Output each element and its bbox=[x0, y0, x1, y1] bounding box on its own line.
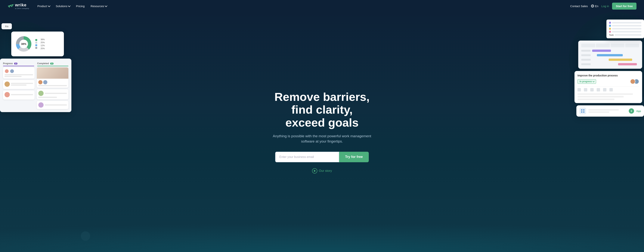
try-free-button[interactable]: Try for free bbox=[339, 152, 369, 162]
donut-chart: 38% bbox=[14, 34, 33, 53]
ui-right-cards: Task bbox=[574, 20, 644, 116]
gantt-header-col-4 bbox=[625, 44, 639, 47]
task-icon-share bbox=[610, 88, 613, 92]
legend-dot-green bbox=[35, 39, 37, 41]
partial-dot-1 bbox=[609, 22, 611, 24]
nav-product[interactable]: Product bbox=[35, 3, 52, 9]
product-chevron-icon bbox=[48, 4, 50, 7]
kanban-card: Progress 2 Completed 3 bbox=[0, 58, 72, 112]
partial-line-4 bbox=[612, 31, 641, 32]
line-a bbox=[11, 83, 33, 84]
nav-solutions[interactable]: Solutions bbox=[54, 3, 72, 9]
solutions-chevron-icon bbox=[68, 4, 71, 7]
logo-sub: a Citrix company bbox=[15, 8, 29, 10]
task-icon-attach bbox=[603, 88, 606, 92]
gantt-header-col-3 bbox=[610, 44, 624, 47]
mini-bottom-card: 3 App bbox=[576, 105, 644, 116]
legend-dot-gray bbox=[35, 42, 37, 44]
language-selector[interactable]: En bbox=[591, 4, 598, 8]
svg-rect-10 bbox=[581, 111, 582, 113]
wrike-logo-icon bbox=[8, 3, 14, 9]
card-lines bbox=[11, 83, 33, 86]
partial-dot-2 bbox=[609, 25, 611, 27]
bg-wave bbox=[0, 205, 644, 252]
card-content bbox=[37, 79, 68, 88]
status-text: In progress bbox=[580, 80, 592, 83]
globe-icon bbox=[591, 4, 594, 8]
hero-section: Aa 38% bbox=[0, 12, 644, 252]
app-link[interactable]: App bbox=[636, 110, 641, 112]
partial-line-1 bbox=[612, 22, 641, 24]
avatar-c1 bbox=[38, 80, 42, 84]
completed-bar bbox=[37, 66, 68, 66]
chart-card: 38% bbox=[11, 32, 64, 56]
task-content-lines bbox=[578, 93, 639, 100]
partial-line-5 bbox=[615, 34, 641, 36]
font-card: Aa bbox=[2, 23, 12, 29]
bg-dot bbox=[81, 231, 90, 241]
mini-count-badge: 3 bbox=[629, 108, 634, 114]
gantt-bar-area-4 bbox=[592, 63, 639, 66]
avatar-c4 bbox=[38, 102, 44, 108]
task-status-row: In progress bbox=[578, 79, 639, 84]
nav-pricing[interactable]: Pricing bbox=[74, 3, 87, 9]
svg-rect-11 bbox=[583, 111, 584, 113]
task-icon-calendar bbox=[578, 88, 581, 92]
assignee-avatar-1 bbox=[630, 79, 635, 84]
grid-icon bbox=[581, 109, 585, 113]
ui-left-cards: Aa 38% bbox=[0, 23, 72, 112]
completed-column bbox=[37, 68, 68, 109]
legend-item-2 bbox=[35, 42, 38, 44]
mini-text-area bbox=[588, 109, 626, 113]
gantt-label-3 bbox=[581, 59, 591, 61]
chart-card-inner: 38% bbox=[14, 34, 61, 53]
pct-25a: 25% bbox=[40, 41, 45, 44]
logo-area[interactable]: wrike a Citrix company bbox=[8, 3, 29, 10]
completed-count: 3 bbox=[50, 62, 54, 64]
logo-text: wrike bbox=[15, 3, 26, 8]
task-icons-row bbox=[578, 86, 639, 92]
comp-card-3 bbox=[38, 102, 67, 108]
task-status-badge[interactable]: In progress bbox=[578, 79, 596, 84]
partial-row-2 bbox=[609, 25, 641, 27]
hero-title: Remove barriers, find clarity, exceed go… bbox=[266, 90, 378, 129]
lang-label: En bbox=[595, 4, 598, 8]
kanban-columns bbox=[3, 68, 68, 109]
login-link[interactable]: Log in bbox=[601, 4, 609, 8]
gantt-bar-area-3 bbox=[592, 58, 639, 61]
contact-sales-link[interactable]: Contact Sales bbox=[570, 4, 588, 8]
comp-line-3 bbox=[38, 97, 57, 98]
gantt-bar-yellow bbox=[609, 58, 632, 61]
partial-dot-4 bbox=[609, 31, 611, 33]
our-story-label: Our story bbox=[319, 169, 332, 173]
gantt-label-2 bbox=[581, 54, 591, 56]
task-line-3 bbox=[578, 98, 614, 100]
partial-line-3 bbox=[612, 28, 641, 30]
avatar-2 bbox=[10, 69, 14, 74]
avatar-3 bbox=[4, 82, 10, 87]
gantt-row-2 bbox=[581, 54, 639, 57]
partial-line-2 bbox=[612, 25, 641, 26]
our-story-button[interactable]: Our story bbox=[266, 168, 378, 174]
legend-item-3 bbox=[35, 44, 38, 46]
task-icon-check bbox=[584, 88, 587, 92]
task-icon-table bbox=[597, 88, 600, 92]
resources-chevron-icon bbox=[105, 4, 107, 7]
task-card-title: Improve the production process bbox=[578, 74, 639, 77]
start-free-button[interactable]: Start for free bbox=[612, 3, 636, 10]
hero-center: Remove barriers, find clarity, exceed go… bbox=[262, 83, 382, 181]
kanban-completed-col: Completed 3 bbox=[37, 62, 68, 66]
partial-row-4 bbox=[609, 31, 641, 33]
card-avatars-2 bbox=[38, 80, 67, 84]
comp-line-1 bbox=[38, 85, 67, 86]
mini-grid-icon-container bbox=[579, 108, 586, 114]
gantt-header-col-1 bbox=[581, 44, 595, 47]
font-aa-label: Aa bbox=[5, 25, 8, 28]
nav-resources[interactable]: Resources bbox=[88, 3, 109, 9]
email-input[interactable] bbox=[275, 152, 339, 162]
line-b bbox=[11, 84, 26, 86]
progress-count: 2 bbox=[14, 62, 18, 64]
gantt-rows bbox=[581, 49, 639, 66]
partial-row-header: Task bbox=[609, 34, 641, 36]
play-circle-icon bbox=[312, 168, 317, 174]
